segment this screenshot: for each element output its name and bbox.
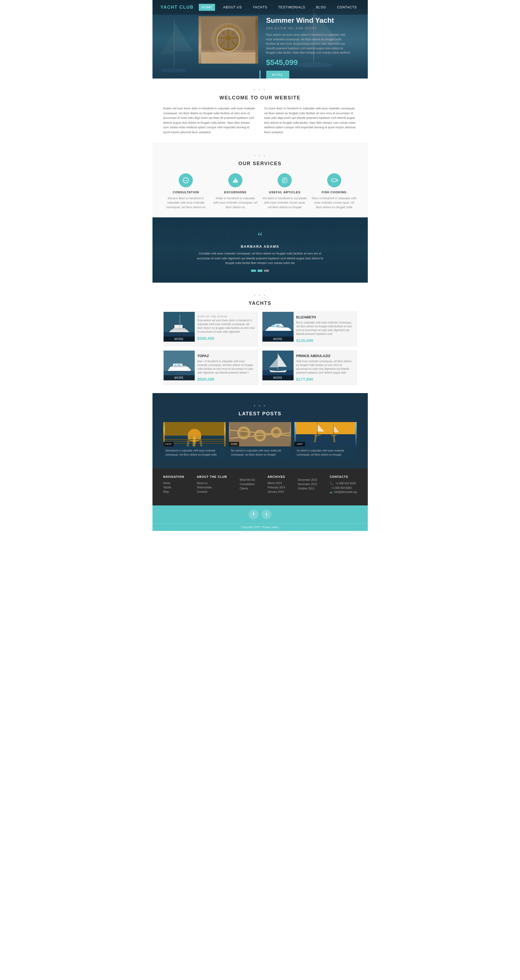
copyright-text: Copyright 2015 * Privacy policy xyxy=(241,526,279,529)
service-consultation: CONSULTATION Denure dolor in hendrerit i… xyxy=(163,173,209,210)
footer-testimonials-link[interactable]: Testimonials xyxy=(197,486,227,489)
footer-archives-title: ARCHIVES xyxy=(268,475,285,478)
footer-about: ABOUT THE CLUB About us Testimonials Con… xyxy=(197,475,227,496)
footer-feb14[interactable]: February 2014 xyxy=(268,486,285,489)
footer-phone2: +1 800 603 6066 xyxy=(331,487,351,490)
nav-contacts[interactable]: CONTACTS xyxy=(334,4,359,11)
hero-price: $545,099 xyxy=(266,58,351,67)
footer-clients-link[interactable]: Clients xyxy=(240,487,255,490)
nav-blog[interactable]: BLOG xyxy=(313,4,329,11)
post-1-date: 21/12 xyxy=(163,442,174,446)
svg-line-20 xyxy=(220,41,225,46)
svg-rect-9 xyxy=(201,51,255,64)
posts-grid: 21/12 Seendrerit in vulputate velit esse… xyxy=(163,422,357,459)
svg-line-18 xyxy=(232,41,237,46)
service-excursions: EXCURSIONS Xnilar in hendrerit in vulput… xyxy=(212,173,258,210)
twitter-button[interactable]: t xyxy=(262,509,271,519)
slideshow-dots[interactable] xyxy=(163,270,357,272)
footer-about-link[interactable]: About us xyxy=(197,482,227,485)
nav-testimonials[interactable]: TESTIMONIALS xyxy=(276,4,308,11)
footer-contacts-title: CONTACTS xyxy=(330,475,357,478)
testimonial-text: Cerufate velit esse molestie consequat, … xyxy=(195,251,325,266)
footer-march14[interactable]: March 2014 xyxy=(268,482,285,485)
nav-home[interactable]: HOME xyxy=(199,4,215,11)
svg-point-12 xyxy=(226,35,231,41)
yachts-grid: MORE STAR OF THE OCEAN Duis autem vel eu… xyxy=(163,312,357,385)
testimonial-section: “ BARBARA ADAMS Cerufate velit esse mole… xyxy=(153,217,368,283)
footer-nov13[interactable]: November 2013 xyxy=(298,483,317,486)
footer-consultation-link[interactable]: Consultation xyxy=(240,483,255,486)
yacht-image-2: MORE xyxy=(262,312,293,342)
services-section: • • • OUR SERVICES CONSULTATION Denure d… xyxy=(153,143,368,218)
footer-archives: ARCHIVES March 2014 February 2014 Januar… xyxy=(268,475,285,496)
nav-about[interactable]: ABOUT US xyxy=(220,4,244,11)
teal-accent-line xyxy=(260,70,260,78)
footer-nav-blog[interactable]: Blog xyxy=(163,490,184,493)
footer-dec13[interactable]: December 2013 xyxy=(298,478,317,481)
slide-dot-3[interactable] xyxy=(264,270,269,272)
service-articles-desc: Vul dolor in hendrerit in vul-putate vel… xyxy=(262,196,308,210)
testimonial-name: BARBARA ADAMS xyxy=(163,245,357,248)
yacht-2-overlay[interactable]: MORE xyxy=(262,337,293,342)
service-excursions-desc: Xnilar in hendrerit in vulputate velit e… xyxy=(212,196,258,210)
yacht-3-desc: Aue r in hendrerit in vulputate velit es… xyxy=(198,360,255,375)
footer-whatwedo-link[interactable]: What We Do xyxy=(240,478,255,481)
post-card-3: 12/07 Vu drerit in vulputate velit esse … xyxy=(294,422,357,459)
yacht-image-1: MORE xyxy=(164,312,195,342)
footer-jan14[interactable]: January 2014 xyxy=(268,490,285,493)
welcome-section: • • • WELCOME TO OUR WEBSITE Autem vel e… xyxy=(153,78,368,143)
consultation-icon xyxy=(179,173,193,187)
slide-dot-2[interactable] xyxy=(258,270,262,272)
yacht-4-overlay[interactable]: MORE xyxy=(262,375,293,380)
welcome-title: WELCOME TO OUR WEBSITE xyxy=(163,95,357,101)
hero-subtitle: SES AUTEM VEL EUM IRIURE xyxy=(266,27,351,30)
yacht-2-desc: But in vulputate velit esse molestie con… xyxy=(296,321,354,336)
svg-line-19 xyxy=(232,29,237,34)
post-image-1: 21/12 xyxy=(163,422,226,446)
svg-marker-27 xyxy=(233,179,235,181)
yacht-image-3: MORE xyxy=(164,351,195,380)
service-fishing-name: FISH COOKING xyxy=(311,191,357,194)
service-articles-name: USEFUL ARTICLES xyxy=(262,191,308,194)
svg-marker-33 xyxy=(337,179,338,181)
services-grid: CONSULTATION Denure dolor in hendrerit i… xyxy=(163,173,357,210)
social-footer: f t xyxy=(153,506,368,523)
yacht-3-name: TOPAZ xyxy=(198,354,255,358)
hero-more-button[interactable]: MORE xyxy=(266,71,289,79)
svg-line-82 xyxy=(334,435,335,442)
yacht-3-overlay[interactable]: MORE xyxy=(164,375,195,380)
service-excursions-name: EXCURSIONS xyxy=(212,191,258,194)
footer-nav-yachts[interactable]: Yachts xyxy=(163,486,184,489)
yacht-1-tag: STAR OF THE OCEAN xyxy=(198,315,255,318)
footer-nav-home[interactable]: Home xyxy=(163,482,184,485)
svg-rect-39 xyxy=(173,328,185,330)
yacht-card-1: MORE STAR OF THE OCEAN Duis autem vel eu… xyxy=(163,312,258,346)
email-icon: ✉ xyxy=(330,491,332,495)
svg-rect-76 xyxy=(296,422,355,434)
yacht-1-overlay[interactable]: MORE xyxy=(164,337,195,342)
service-fishing: FISH COOKING Deor in hendrerit in vulput… xyxy=(311,173,357,210)
yacht-1-desc: Duis autem vel eum iriure dolor in hendr… xyxy=(198,319,255,334)
facebook-button[interactable]: f xyxy=(249,509,258,519)
svg-rect-43 xyxy=(272,325,274,327)
slide-dot-1[interactable] xyxy=(251,270,256,272)
footer-navigation: NAVIGATION Home Yachts Blog xyxy=(163,475,184,496)
yacht-2-price: $130,499 xyxy=(296,338,354,343)
footer-oct13[interactable]: October 2013 xyxy=(298,487,317,490)
svg-line-62 xyxy=(188,436,189,446)
svg-line-63 xyxy=(194,436,195,446)
copyright-bar: Copyright 2015 * Privacy policy xyxy=(153,523,368,531)
yacht-card-4: MORE PRINCE ABDULAZIZ Velit esse molesti… xyxy=(262,350,357,385)
post-3-text: Vu drerit in vulputate velit esse molest… xyxy=(297,449,354,457)
excursions-icon xyxy=(228,173,242,187)
post-card-2: 01/06 Nu ndrerit in vulputate velit esse… xyxy=(229,422,291,459)
nav-yachts[interactable]: YACHTS xyxy=(250,4,270,11)
post-image-2: 01/06 xyxy=(229,422,291,446)
yachts-title: YACHTS xyxy=(163,301,357,306)
post-1-text: Seendrerit in vulputate velit esse moles… xyxy=(166,449,223,457)
footer-contacts-link[interactable]: Contacts xyxy=(197,490,227,493)
yacht-image-4: MORE xyxy=(262,351,293,380)
footer-email[interactable]: info@demosite.org xyxy=(334,490,357,493)
service-fishing-desc: Deor in hendrerit in vulputate velit ess… xyxy=(311,196,357,210)
footer-archives-cont: December 2013 November 2013 October 2013 xyxy=(298,475,317,496)
